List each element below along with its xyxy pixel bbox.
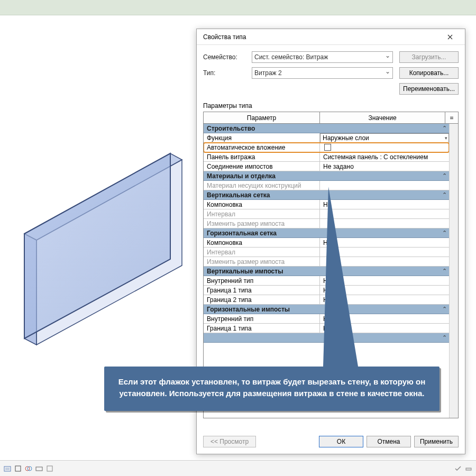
status-icon-right-2[interactable]	[464, 464, 473, 473]
param-name: Изменить размер импоста	[204, 257, 320, 266]
param-value[interactable]: Наружные слои	[320, 133, 449, 142]
svg-rect-6	[15, 466, 21, 471]
param-value[interactable]: Системная панель : С остеклением	[320, 152, 449, 161]
rename-button[interactable]: Переименовать...	[399, 83, 459, 95]
family-select[interactable]: Сист. семейство: Витраж	[252, 51, 393, 63]
param-name: Функция	[204, 133, 320, 142]
collapse-icon[interactable]: ⌃	[442, 191, 447, 198]
param-name: Панель витража	[204, 152, 320, 161]
load-button: Загрузить...	[399, 51, 459, 63]
status-icon-4[interactable]	[35, 464, 43, 473]
param-name: Граница 1 типа	[204, 286, 320, 295]
param-name: Соединение импостов	[204, 162, 320, 171]
family-label: Семейство:	[203, 53, 249, 61]
collapse-icon[interactable]: ⌃	[442, 268, 447, 274]
collapse-icon[interactable]: ⌃	[442, 230, 447, 236]
param-value[interactable]	[320, 143, 449, 152]
app-ribbon-strip	[0, 0, 476, 15]
param-name: Автоматическое вложение	[204, 143, 320, 152]
param-name: Граница 1 типа	[204, 324, 320, 333]
apply-button[interactable]: Применить	[414, 436, 459, 447]
col-header-parameter: Параметр	[204, 112, 320, 123]
col-header-eq: =	[445, 112, 458, 123]
status-icon-3[interactable]	[24, 464, 33, 473]
param-row[interactable]: Панель витражаСистемная панель : С остек…	[204, 152, 449, 162]
svg-rect-5	[5, 468, 10, 470]
collapse-icon[interactable]: ⌃	[442, 334, 447, 341]
dialog-title: Свойства типа	[203, 33, 440, 41]
curtain-wall-preview	[18, 134, 200, 346]
collapse-icon[interactable]: ⌃	[442, 306, 447, 313]
type-select[interactable]: Витраж 2	[252, 67, 393, 79]
ok-button[interactable]: ОК	[319, 436, 363, 447]
status-icon-2[interactable]	[14, 464, 22, 473]
param-value[interactable]: Не задано	[320, 162, 449, 171]
value-checkbox[interactable]	[324, 144, 331, 151]
param-name: Материал несущих конструкций	[204, 181, 320, 190]
parameters-label: Параметры типа	[197, 102, 465, 112]
form-area: Семейство: Сист. семейство: Витраж Загру…	[197, 45, 465, 102]
grid-scrollbar[interactable]	[449, 124, 458, 418]
grid-header: Параметр Значение =	[204, 112, 458, 124]
cancel-button[interactable]: Отмена	[367, 436, 411, 447]
status-bar	[0, 460, 476, 476]
param-name: Внутренний тип	[204, 276, 320, 285]
param-row[interactable]: ФункцияНаружные слои	[204, 133, 449, 143]
status-icon-1[interactable]	[3, 464, 12, 473]
param-name: Интервал	[204, 209, 320, 218]
type-label: Тип:	[203, 69, 249, 77]
param-name: Интервал	[204, 248, 320, 257]
col-header-value: Значение	[320, 112, 445, 123]
group-header[interactable]: Материалы и отделка⌃	[204, 171, 449, 181]
dialog-button-bar: << Просмотр ОК Отмена Применить	[197, 429, 465, 454]
help-callout: Если этот флажок установлен, то витраж б…	[104, 367, 440, 411]
svg-rect-9	[36, 467, 42, 471]
svg-rect-11	[466, 468, 471, 470]
preview-button: << Просмотр	[203, 436, 256, 447]
param-name: Компоновка	[204, 238, 320, 247]
svg-rect-10	[47, 466, 52, 471]
param-name: Изменить размер импоста	[204, 219, 320, 228]
param-name: Граница 2 типа	[204, 295, 320, 304]
param-row[interactable]: Соединение импостовНе задано	[204, 162, 449, 171]
duplicate-button[interactable]: Копировать...	[399, 67, 459, 79]
group-header[interactable]: Строительство⌃	[204, 124, 449, 133]
dialog-titlebar: Свойства типа	[197, 29, 465, 45]
collapse-icon[interactable]: ⌃	[442, 125, 447, 132]
collapse-icon[interactable]: ⌃	[442, 172, 447, 179]
value-dropdown[interactable]: Наружные слои	[320, 133, 449, 142]
close-icon	[447, 34, 453, 40]
param-name: Компоновка	[204, 200, 320, 209]
param-name: Внутренний тип	[204, 314, 320, 323]
close-button[interactable]	[440, 30, 461, 44]
param-row[interactable]: Автоматическое вложение	[204, 143, 449, 152]
status-icon-right-1[interactable]	[454, 464, 462, 473]
status-icon-5[interactable]	[45, 464, 54, 473]
